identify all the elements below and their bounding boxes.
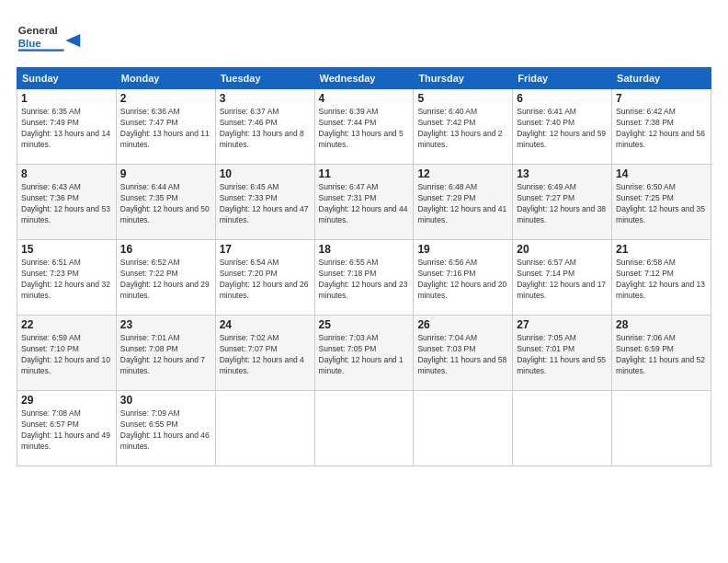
day-info: Sunrise: 7:06 AM Sunset: 6:59 PM Dayligh… — [616, 333, 707, 377]
daylight-label: Daylight: 11 hours and 55 minutes. — [517, 355, 606, 375]
day-cell-16: 16 Sunrise: 6:52 AM Sunset: 7:22 PM Dayl… — [116, 240, 215, 316]
sunset-label: Sunset: 7:38 PM — [616, 118, 674, 127]
sunset-label: Sunset: 7:08 PM — [120, 344, 178, 353]
sunrise-label: Sunrise: 6:45 AM — [220, 182, 279, 191]
day-cell-18: 18 Sunrise: 6:55 AM Sunset: 7:18 PM Dayl… — [314, 240, 414, 316]
svg-text:General: General — [18, 25, 58, 36]
day-info: Sunrise: 6:59 AM Sunset: 7:10 PM Dayligh… — [21, 333, 112, 377]
daylight-label: Daylight: 12 hours and 38 minutes. — [517, 204, 606, 224]
day-info: Sunrise: 6:47 AM Sunset: 7:31 PM Dayligh… — [319, 182, 410, 226]
day-number: 16 — [120, 243, 211, 256]
sunrise-label: Sunrise: 7:04 AM — [417, 333, 477, 342]
sunrise-label: Sunrise: 6:48 AM — [417, 182, 477, 191]
daylight-label: Daylight: 12 hours and 56 minutes. — [616, 129, 705, 149]
daylight-label: Daylight: 12 hours and 53 minutes. — [21, 204, 110, 224]
day-number: 24 — [220, 318, 311, 331]
day-info: Sunrise: 6:55 AM Sunset: 7:18 PM Dayligh… — [319, 258, 410, 302]
daylight-label: Daylight: 11 hours and 52 minutes. — [616, 355, 705, 375]
day-number: 23 — [120, 318, 211, 331]
sunset-label: Sunset: 7:40 PM — [517, 118, 574, 127]
day-cell-12: 12 Sunrise: 6:48 AM Sunset: 7:29 PM Dayl… — [414, 165, 513, 240]
sunset-label: Sunset: 7:47 PM — [120, 118, 178, 127]
day-number: 6 — [517, 92, 608, 105]
day-cell-20: 20 Sunrise: 6:57 AM Sunset: 7:14 PM Dayl… — [513, 240, 612, 316]
day-cell-28: 28 Sunrise: 7:06 AM Sunset: 6:59 PM Dayl… — [612, 316, 711, 391]
day-info: Sunrise: 7:05 AM Sunset: 7:01 PM Dayligh… — [517, 333, 608, 377]
day-info: Sunrise: 7:03 AM Sunset: 7:05 PM Dayligh… — [319, 333, 410, 377]
daylight-label: Daylight: 12 hours and 32 minutes. — [21, 280, 110, 300]
weekday-sunday: Sunday — [17, 68, 117, 89]
sunrise-label: Sunrise: 6:36 AM — [120, 107, 180, 116]
empty-cell — [513, 391, 612, 466]
daylight-label: Daylight: 12 hours and 59 minutes. — [517, 129, 606, 149]
daylight-label: Daylight: 13 hours and 11 minutes. — [120, 129, 210, 149]
daylight-label: Daylight: 12 hours and 7 minutes. — [120, 355, 205, 375]
sunrise-label: Sunrise: 7:09 AM — [120, 408, 180, 418]
header: General Blue — [17, 17, 711, 58]
daylight-label: Daylight: 12 hours and 26 minutes. — [220, 280, 309, 300]
day-info: Sunrise: 7:04 AM Sunset: 7:03 PM Dayligh… — [417, 333, 508, 377]
sunrise-label: Sunrise: 7:01 AM — [120, 333, 180, 342]
daylight-label: Daylight: 12 hours and 29 minutes. — [120, 280, 210, 300]
week-row-1: 8 Sunrise: 6:43 AM Sunset: 7:36 PM Dayli… — [17, 165, 711, 240]
day-cell-10: 10 Sunrise: 6:45 AM Sunset: 7:33 PM Dayl… — [215, 165, 314, 240]
day-info: Sunrise: 6:51 AM Sunset: 7:23 PM Dayligh… — [21, 258, 112, 302]
sunset-label: Sunset: 7:05 PM — [319, 344, 377, 353]
empty-cell — [414, 391, 513, 466]
day-cell-5: 5 Sunrise: 6:40 AM Sunset: 7:42 PM Dayli… — [414, 89, 513, 165]
sunset-label: Sunset: 6:59 PM — [616, 344, 674, 353]
day-cell-27: 27 Sunrise: 7:05 AM Sunset: 7:01 PM Dayl… — [513, 316, 612, 391]
sunset-label: Sunset: 7:33 PM — [220, 193, 278, 202]
calendar-body: 1 Sunrise: 6:35 AM Sunset: 7:49 PM Dayli… — [17, 89, 711, 466]
day-info: Sunrise: 6:40 AM Sunset: 7:42 PM Dayligh… — [417, 107, 508, 151]
sunset-label: Sunset: 7:07 PM — [220, 344, 278, 353]
day-info: Sunrise: 6:35 AM Sunset: 7:49 PM Dayligh… — [21, 107, 112, 151]
day-info: Sunrise: 6:37 AM Sunset: 7:46 PM Dayligh… — [220, 107, 311, 151]
day-number: 13 — [517, 167, 608, 180]
daylight-label: Daylight: 11 hours and 58 minutes. — [417, 355, 506, 375]
day-cell-30: 30 Sunrise: 7:09 AM Sunset: 6:55 PM Dayl… — [116, 391, 215, 466]
day-number: 14 — [616, 167, 707, 180]
sunset-label: Sunset: 7:20 PM — [220, 269, 278, 278]
day-info: Sunrise: 7:02 AM Sunset: 7:07 PM Dayligh… — [220, 333, 311, 377]
empty-cell — [314, 391, 414, 466]
daylight-label: Daylight: 12 hours and 47 minutes. — [220, 204, 309, 224]
daylight-label: Daylight: 12 hours and 1 minute. — [319, 355, 404, 375]
sunrise-label: Sunrise: 6:40 AM — [417, 107, 477, 116]
sunrise-label: Sunrise: 6:51 AM — [21, 258, 81, 267]
day-info: Sunrise: 6:50 AM Sunset: 7:25 PM Dayligh… — [616, 182, 707, 226]
day-number: 11 — [319, 167, 410, 180]
week-row-2: 15 Sunrise: 6:51 AM Sunset: 7:23 PM Dayl… — [17, 240, 711, 316]
day-info: Sunrise: 6:48 AM Sunset: 7:29 PM Dayligh… — [417, 182, 508, 226]
day-cell-19: 19 Sunrise: 6:56 AM Sunset: 7:16 PM Dayl… — [414, 240, 513, 316]
day-cell-24: 24 Sunrise: 7:02 AM Sunset: 7:07 PM Dayl… — [215, 316, 314, 391]
sunset-label: Sunset: 7:01 PM — [517, 344, 574, 353]
sunrise-label: Sunrise: 7:06 AM — [616, 333, 676, 342]
sunset-label: Sunset: 7:36 PM — [21, 193, 79, 202]
day-number: 4 — [319, 92, 410, 105]
day-cell-15: 15 Sunrise: 6:51 AM Sunset: 7:23 PM Dayl… — [17, 240, 117, 316]
day-number: 28 — [616, 318, 707, 331]
sunset-label: Sunset: 7:12 PM — [616, 269, 674, 278]
daylight-label: Daylight: 12 hours and 50 minutes. — [120, 204, 210, 224]
daylight-label: Daylight: 12 hours and 35 minutes. — [616, 204, 705, 224]
weekday-monday: Monday — [116, 68, 215, 89]
sunrise-label: Sunrise: 7:03 AM — [319, 333, 379, 342]
daylight-label: Daylight: 13 hours and 2 minutes. — [417, 129, 502, 149]
day-cell-8: 8 Sunrise: 6:43 AM Sunset: 7:36 PM Dayli… — [17, 165, 117, 240]
day-cell-17: 17 Sunrise: 6:54 AM Sunset: 7:20 PM Dayl… — [215, 240, 314, 316]
daylight-label: Daylight: 11 hours and 49 minutes. — [21, 431, 110, 451]
empty-cell — [612, 391, 711, 466]
day-cell-13: 13 Sunrise: 6:49 AM Sunset: 7:27 PM Dayl… — [513, 165, 612, 240]
day-number: 22 — [21, 318, 112, 331]
day-cell-21: 21 Sunrise: 6:58 AM Sunset: 7:12 PM Dayl… — [612, 240, 711, 316]
day-info: Sunrise: 7:08 AM Sunset: 6:57 PM Dayligh… — [21, 408, 112, 453]
sunrise-label: Sunrise: 7:02 AM — [220, 333, 279, 342]
sunset-label: Sunset: 7:44 PM — [319, 118, 377, 127]
sunrise-label: Sunrise: 6:50 AM — [616, 182, 676, 191]
day-cell-7: 7 Sunrise: 6:42 AM Sunset: 7:38 PM Dayli… — [612, 89, 711, 165]
day-cell-23: 23 Sunrise: 7:01 AM Sunset: 7:08 PM Dayl… — [116, 316, 215, 391]
day-info: Sunrise: 6:39 AM Sunset: 7:44 PM Dayligh… — [319, 107, 410, 151]
day-info: Sunrise: 6:52 AM Sunset: 7:22 PM Dayligh… — [120, 258, 211, 302]
daylight-label: Daylight: 12 hours and 17 minutes. — [517, 280, 606, 300]
